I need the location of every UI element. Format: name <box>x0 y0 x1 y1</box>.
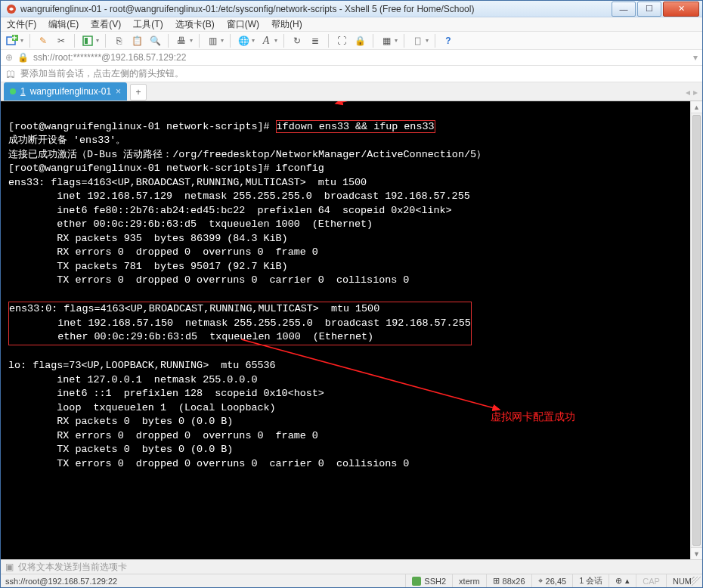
print-icon[interactable]: 🖶 <box>175 34 188 48</box>
status-size: ⊞88x26 <box>486 574 531 587</box>
menu-view[interactable]: 查看(V) <box>91 18 121 31</box>
disconnect-icon[interactable]: ✂ <box>54 34 68 48</box>
dropdown-caret-icon[interactable]: ▾ <box>395 37 398 44</box>
tab-scroll-controls: ◂ ▸ <box>686 87 698 97</box>
script-icon[interactable]: ≣ <box>308 34 322 48</box>
bookmark-add-icon[interactable]: 🕮 <box>5 69 16 79</box>
lock-icon[interactable]: 🔒 <box>353 34 367 48</box>
scroll-thumb[interactable] <box>692 115 701 546</box>
separator <box>435 34 435 48</box>
svg-rect-4 <box>85 38 88 44</box>
maximize-button[interactable]: ☐ <box>637 2 661 17</box>
menu-window[interactable]: 窗口(W) <box>227 18 259 31</box>
menubar: 文件(F) 编辑(E) 查看(V) 工具(T) 选项卡(B) 窗口(W) 帮助(… <box>1 17 702 32</box>
sessions-panel-icon[interactable]: ▥ <box>206 34 219 48</box>
dropdown-caret-icon[interactable]: ▾ <box>96 37 99 44</box>
vertical-scrollbar[interactable]: ▲ ▼ <box>690 101 702 559</box>
session-tab[interactable]: 1 wangruifenglinux-01 × <box>4 82 127 101</box>
menu-tab[interactable]: 选项卡(B) <box>175 18 215 31</box>
terminal-line: ens33: flags=4163<UP,BROADCAST,RUNNING,M… <box>8 177 367 188</box>
scroll-down-icon[interactable]: ▼ <box>691 547 702 559</box>
encoding-icon[interactable]: ⎕ <box>410 34 424 48</box>
terminal-line: TX packets 0 bytes 0 (0.0 B) <box>8 444 233 455</box>
terminal-line: inet 127.0.0.1 netmask 255.0.0.0 <box>8 374 257 385</box>
font-icon[interactable]: A <box>259 34 273 48</box>
help-icon[interactable]: ? <box>441 34 455 48</box>
terminal-line: loop txqueuelen 1 (Local Loopback) <box>8 402 276 413</box>
copy-icon[interactable]: ⎘ <box>112 34 125 48</box>
tab-scroll-right-icon[interactable]: ▸ <box>693 87 698 97</box>
fullscreen-icon[interactable]: ⛶ <box>335 34 348 48</box>
terminal-container: [root@wangruifenglinux-01 network-script… <box>1 101 702 559</box>
minimize-button[interactable]: — <box>612 2 636 17</box>
dropdown-caret-icon[interactable]: ▾ <box>221 37 224 44</box>
paste-icon[interactable]: 📋 <box>130 34 144 48</box>
chevron-up-icon: ▴ <box>625 576 630 586</box>
terminal-line: ether 00:0c:29:6b:63:d5 txqueuelen 1000 … <box>9 331 373 342</box>
tab-close-icon[interactable]: × <box>116 86 121 97</box>
titlebar[interactable]: wangruifenglinux-01 - root@wangruifengli… <box>1 1 702 17</box>
separator <box>404 34 404 48</box>
address-bar: ⊕ 🔒 ssh://root:********@192.168.57.129:2… <box>1 50 702 66</box>
address-plus-icon[interactable]: ⊕ <box>5 52 13 63</box>
send-bar: ▣ 仅将文本发送到当前选项卡 <box>1 559 702 574</box>
status-tray[interactable]: ⊕▴ <box>609 574 636 587</box>
tab-label: wangruifenglinux-01 <box>30 86 111 97</box>
dropdown-caret-icon[interactable]: ▾ <box>190 37 193 44</box>
lock-icon: 🔒 <box>17 52 29 63</box>
terminal-line: RX errors 0 dropped 0 overruns 0 frame 0 <box>8 430 318 441</box>
terminal[interactable]: [root@wangruifenglinux-01 network-script… <box>1 101 702 559</box>
separator <box>328 34 329 48</box>
arrow-top-icon <box>330 101 496 110</box>
address-caret-icon[interactable]: ▾ <box>693 52 698 63</box>
terminal-line: inet 192.168.57.150 netmask 255.255.255.… <box>9 317 471 329</box>
resize-grip-icon[interactable] <box>692 577 701 586</box>
terminal-line: RX packets 0 bytes 0 (0.0 B) <box>8 416 233 427</box>
address-text[interactable]: ssh://root:********@192.168.57.129:22 <box>33 52 689 63</box>
new-tab-button[interactable]: + <box>130 84 147 101</box>
status-term-type: xterm <box>452 574 486 587</box>
status-connection: ssh://root@192.168.57.129:22 <box>5 577 405 586</box>
plus-icon: ⊕ <box>615 576 622 586</box>
separator <box>230 34 231 48</box>
menu-file[interactable]: 文件(F) <box>7 18 36 31</box>
hint-bar: 🕮 要添加当前会话，点击左侧的箭头按钮。 <box>1 66 702 82</box>
terminal-line: RX errors 0 dropped 0 overruns 0 frame 0 <box>8 246 318 258</box>
dropdown-caret-icon[interactable]: ▾ <box>274 37 277 44</box>
tab-scroll-left-icon[interactable]: ◂ <box>686 87 690 97</box>
menu-help[interactable]: 帮助(H) <box>271 18 302 31</box>
separator <box>373 34 373 48</box>
terminal-line: lo: flags=73<UP,LOOPBACK,RUNNING> mtu 65… <box>8 360 276 371</box>
highlight-box-cmd: ifdown ens33 && ifup ens33 <box>276 120 435 133</box>
svg-line-6 <box>241 339 500 410</box>
svg-line-5 <box>336 101 485 104</box>
window-title: wangruifenglinux-01 - root@wangruifengli… <box>20 4 610 14</box>
terminal-line: RX packets 935 bytes 86399 (84.3 KiB) <box>8 233 288 244</box>
separator <box>283 34 284 48</box>
terminal-blank <box>8 289 14 300</box>
new-session-icon[interactable] <box>5 34 19 48</box>
status-ssh: SSH2 <box>405 574 452 587</box>
status-cap: CAP <box>636 574 666 587</box>
find-icon[interactable]: 🔍 <box>148 34 162 48</box>
separator <box>105 34 106 48</box>
close-button[interactable]: ✕ <box>663 2 699 17</box>
terminal-line: TX errors 0 dropped 0 overruns 0 carrier… <box>8 274 409 286</box>
dropdown-caret-icon[interactable]: ▾ <box>426 37 429 44</box>
grid-icon: ⊞ <box>493 576 500 586</box>
terminal-line: inet6 ::1 prefixlen 128 scopeid 0x10<hos… <box>8 388 324 399</box>
separator <box>29 34 30 48</box>
status-cursor: ⌖26,45 <box>531 574 573 587</box>
dropdown-caret-icon[interactable]: ▾ <box>252 37 255 44</box>
send-target-icon[interactable]: ▣ <box>5 562 14 572</box>
reconnect-icon[interactable]: ✎ <box>36 34 50 48</box>
terminal-line: TX errors 0 dropped 0 overruns 0 carrier… <box>8 458 409 469</box>
properties-icon[interactable] <box>81 34 94 48</box>
dropdown-caret-icon[interactable]: ▾ <box>20 37 23 44</box>
globe-icon[interactable]: 🌐 <box>237 34 250 48</box>
refresh-icon[interactable]: ↻ <box>290 34 304 48</box>
layout-icon[interactable]: ▦ <box>379 34 393 48</box>
menu-tools[interactable]: 工具(T) <box>133 18 163 31</box>
scroll-up-icon[interactable]: ▲ <box>691 101 702 113</box>
menu-edit[interactable]: 编辑(E) <box>48 18 79 31</box>
